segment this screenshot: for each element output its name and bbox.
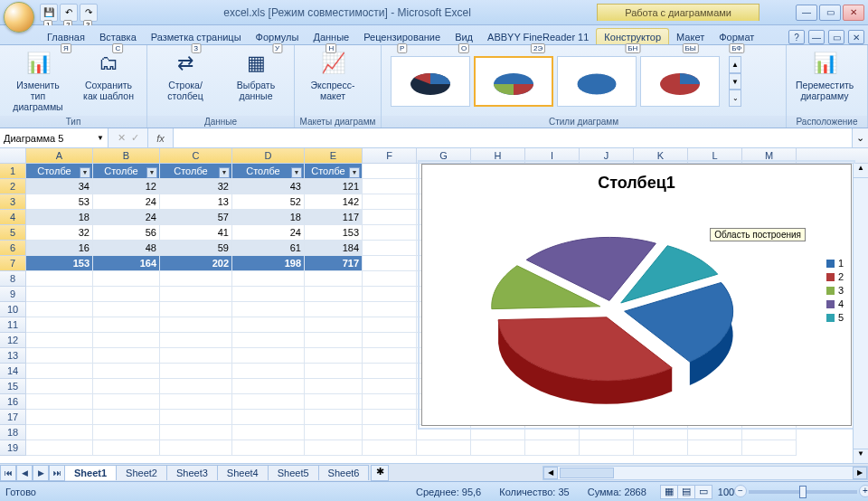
row-header-16[interactable]: 16 [0,394,26,410]
cell[interactable] [471,440,525,456]
cell[interactable] [232,333,305,348]
cell[interactable] [525,440,580,456]
close-button[interactable]: ✕ [843,5,864,21]
cell[interactable] [363,164,417,179]
sheet-nav-last[interactable]: ⏭ [49,465,65,481]
sheet-tab-Sheet3[interactable]: Sheet3 [166,465,218,480]
cell[interactable]: 202 [160,256,232,271]
cell[interactable] [160,333,232,348]
chart-style-4[interactable] [640,56,720,107]
cell[interactable]: 48 [93,241,160,256]
zoom-out-icon[interactable]: − [734,485,747,497]
row-header-17[interactable]: 17 [0,410,26,425]
cell[interactable]: 56 [93,225,160,241]
move-chart-button[interactable]: 📊 Переместить диаграмму [792,47,857,103]
change-chart-type-button[interactable]: 📊 Изменить тип диаграммы [5,47,71,114]
select-all-corner[interactable] [0,148,26,163]
cell[interactable]: 57 [160,210,232,225]
cell[interactable] [417,440,471,456]
sheet-tab-Sheet2[interactable]: Sheet2 [116,465,167,480]
row-header-8[interactable]: 8 [0,271,26,287]
cell[interactable]: 117 [305,210,363,225]
cell[interactable] [232,410,305,425]
cell[interactable] [160,302,232,317]
cell[interactable] [363,379,417,394]
column-header-J[interactable]: J [580,148,634,163]
column-header-F[interactable]: F [363,148,417,163]
row-header-10[interactable]: 10 [0,302,26,317]
column-header-E[interactable]: E [305,148,363,163]
cell[interactable] [363,210,417,225]
cell[interactable]: 32 [26,225,93,241]
scroll-up-icon[interactable]: ▲ [854,164,868,178]
cell[interactable]: 717 [305,256,363,271]
sheet-nav-first[interactable]: ⏮ [0,465,16,481]
cell[interactable]: 24 [93,194,160,210]
zoom-slider[interactable]: − + [749,490,857,494]
cell[interactable]: Столбе [160,164,232,179]
row-header-3[interactable]: 3 [0,194,26,210]
column-header-L[interactable]: L [688,148,742,163]
horizontal-scrollbar[interactable]: ◀ ▶ [542,466,868,480]
cell[interactable] [93,425,160,440]
cell[interactable] [363,348,417,364]
cell[interactable]: 198 [232,256,305,271]
cell[interactable]: 121 [305,179,363,194]
cell[interactable] [634,440,688,456]
cell[interactable]: 164 [93,256,160,271]
sheet-tab-Sheet6[interactable]: Sheet6 [318,465,370,480]
cell[interactable] [160,425,232,440]
cell[interactable] [93,410,160,425]
vertical-scrollbar[interactable]: ▲ ▼ [853,164,868,463]
switch-row-column-button[interactable]: ⇄ Строка/столбец [153,47,218,103]
chart-style-2[interactable] [474,56,553,107]
column-header-A[interactable]: A [26,148,93,163]
cell[interactable] [305,302,363,317]
cell[interactable] [363,271,417,287]
row-header-13[interactable]: 13 [0,348,26,364]
cell[interactable] [160,317,232,333]
cell[interactable]: 142 [305,194,363,210]
row-header-12[interactable]: 12 [0,333,26,348]
view-normal-icon[interactable]: ▦ [660,485,678,499]
cell[interactable] [232,348,305,364]
hscroll-thumb[interactable] [560,468,614,478]
row-header-2[interactable]: 2 [0,179,26,194]
cell[interactable] [26,302,93,317]
cell[interactable] [160,271,232,287]
row-header-1[interactable]: 1 [0,164,26,179]
chart-object[interactable]: Столбец1 Область построения 12345 [421,164,852,426]
cell[interactable] [742,440,797,456]
doc-minimize-button[interactable]: — [808,30,825,44]
cell[interactable] [363,333,417,348]
cell[interactable] [26,394,93,410]
view-page-layout-icon[interactable]: ▤ [677,485,695,499]
quick-layout-button[interactable]: 📈 Экспресс-макет [300,47,365,103]
maximize-button[interactable]: ▭ [819,5,841,21]
cell[interactable] [93,364,160,379]
tab-chart-layout[interactable]: МакетБЫ [669,29,712,44]
sheet-tab-Sheet1[interactable]: Sheet1 [64,465,117,480]
cell[interactable] [232,394,305,410]
minimize-button[interactable]: — [796,5,817,21]
cell[interactable] [160,440,232,456]
row-header-9[interactable]: 9 [0,287,26,302]
cell[interactable]: 24 [232,225,305,241]
chart-title[interactable]: Столбец1 [422,174,851,193]
confirm-fx-icon[interactable]: ✓ [131,132,139,144]
cell[interactable] [160,348,232,364]
cell[interactable] [305,364,363,379]
cell[interactable] [363,287,417,302]
cell[interactable] [363,179,417,194]
row-header-11[interactable]: 11 [0,317,26,333]
column-header-M[interactable]: M [742,148,797,163]
cell[interactable] [305,287,363,302]
cell[interactable] [525,425,580,440]
help-button[interactable]: ? [788,30,805,44]
column-header-I[interactable]: I [525,148,580,163]
row-header-5[interactable]: 5 [0,225,26,241]
cell[interactable] [363,317,417,333]
cell[interactable] [363,302,417,317]
cell[interactable] [26,440,93,456]
chart-legend[interactable]: 12345 [826,255,844,326]
